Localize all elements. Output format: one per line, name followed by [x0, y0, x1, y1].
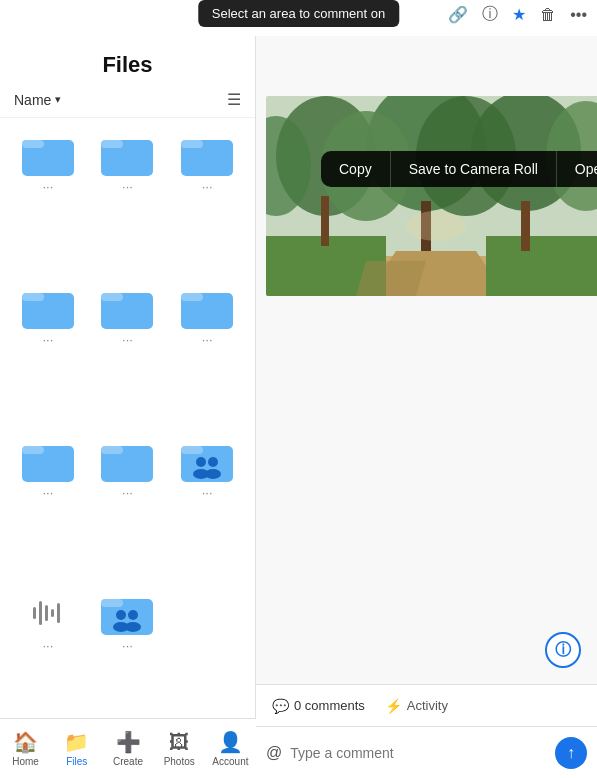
comment-input-bar: @ ↑ — [256, 726, 597, 778]
svg-rect-25 — [51, 609, 54, 617]
files-title: Files — [0, 36, 255, 86]
svg-rect-28 — [101, 599, 123, 607]
svg-point-30 — [128, 610, 138, 620]
file-options-icon[interactable]: ··· — [42, 638, 53, 653]
list-item[interactable]: ··· — [10, 585, 86, 734]
list-item[interactable]: ··· — [90, 279, 166, 428]
info-button[interactable]: ⓘ — [545, 632, 581, 668]
svg-rect-7 — [22, 293, 44, 301]
folder-icon — [181, 132, 233, 176]
lightning-icon: ⚡ — [385, 698, 402, 714]
svg-rect-5 — [181, 140, 203, 148]
file-options-icon[interactable]: ··· — [202, 485, 213, 500]
nav-account[interactable]: 👤 Account — [205, 730, 256, 767]
photo-preview: Copy Save to Camera Roll Open in... ⓘ — [256, 36, 597, 684]
files-icon: 📁 — [64, 730, 89, 754]
svg-rect-46 — [321, 196, 329, 246]
nav-create[interactable]: ➕ Create — [102, 730, 153, 767]
trash-icon[interactable]: 🗑 — [540, 6, 556, 24]
context-open-button[interactable]: Open in... — [557, 151, 597, 187]
list-item[interactable]: ··· — [169, 126, 245, 275]
nav-photos-label: Photos — [164, 756, 195, 767]
list-item[interactable]: ··· — [90, 432, 166, 581]
file-options-icon[interactable]: ··· — [122, 179, 133, 194]
svg-rect-26 — [57, 603, 60, 623]
svg-point-29 — [116, 610, 126, 620]
shared-folder-icon — [181, 438, 233, 482]
right-panel: Copy Save to Camera Roll Open in... ⓘ 💬 … — [256, 36, 597, 778]
sort-button[interactable]: Name ▾ — [14, 92, 61, 108]
file-options-icon[interactable]: ··· — [42, 332, 53, 347]
svg-rect-48 — [521, 201, 530, 251]
files-grid: ··· ··· ··· · — [0, 118, 255, 742]
info-icon[interactable]: ⓘ — [482, 4, 498, 25]
sort-label: Name — [14, 92, 51, 108]
list-item[interactable]: ··· — [10, 279, 86, 428]
comment-input[interactable] — [290, 745, 547, 761]
bottom-nav: 🏠 Home 📁 Files ➕ Create 🖼 Photos 👤 Accou… — [0, 718, 256, 778]
nav-home[interactable]: 🏠 Home — [0, 730, 51, 767]
file-options-icon[interactable]: ··· — [202, 179, 213, 194]
list-item[interactable]: ··· — [90, 126, 166, 275]
photos-icon: 🖼 — [169, 731, 189, 754]
star-icon[interactable]: ★ — [512, 5, 526, 24]
folder-icon — [22, 285, 74, 329]
nav-create-label: Create — [113, 756, 143, 767]
nav-home-label: Home — [12, 756, 39, 767]
audio-file-icon — [22, 591, 74, 635]
activity-label: Activity — [407, 698, 448, 713]
folder-icon — [22, 438, 74, 482]
nav-files-label: Files — [66, 756, 87, 767]
svg-rect-23 — [39, 601, 42, 625]
list-item[interactable]: ··· — [90, 585, 166, 734]
svg-rect-44 — [486, 236, 597, 296]
link-icon[interactable]: 🔗 — [448, 5, 468, 24]
context-copy-button[interactable]: Copy — [321, 151, 391, 187]
svg-rect-13 — [22, 446, 44, 454]
comments-tab[interactable]: 💬 0 comments — [272, 698, 365, 714]
comments-bar: 💬 0 comments ⚡ Activity — [256, 684, 597, 726]
svg-rect-1 — [22, 140, 44, 148]
svg-point-21 — [205, 469, 221, 479]
svg-point-18 — [196, 457, 206, 467]
top-bar-actions: 🔗 ⓘ ★ 🗑 ••• — [448, 4, 587, 25]
context-save-button[interactable]: Save to Camera Roll — [391, 151, 557, 187]
photo-image: Copy Save to Camera Roll Open in... — [266, 96, 597, 296]
svg-point-49 — [406, 211, 466, 241]
nav-photos[interactable]: 🖼 Photos — [154, 731, 205, 767]
at-icon: @ — [266, 744, 282, 762]
nav-account-label: Account — [212, 756, 248, 767]
send-button[interactable]: ↑ — [555, 737, 587, 769]
list-item[interactable]: ··· — [169, 432, 245, 581]
file-options-icon[interactable]: ··· — [42, 179, 53, 194]
main-container: Files Name ▾ ☰ ··· ··· — [0, 36, 597, 778]
svg-rect-3 — [101, 140, 123, 148]
svg-rect-17 — [181, 446, 203, 454]
svg-point-32 — [125, 622, 141, 632]
list-item[interactable]: ··· — [10, 432, 86, 581]
list-item[interactable]: ··· — [10, 126, 86, 275]
file-options-icon[interactable]: ··· — [122, 332, 133, 347]
file-options-icon[interactable]: ··· — [122, 485, 133, 500]
nav-files[interactable]: 📁 Files — [51, 730, 102, 767]
file-options-icon[interactable]: ··· — [202, 332, 213, 347]
top-bar: Select an area to comment on 🔗 ⓘ ★ 🗑 ••• — [0, 0, 597, 36]
file-options-icon[interactable]: ··· — [42, 485, 53, 500]
svg-point-19 — [208, 457, 218, 467]
create-icon: ➕ — [116, 730, 141, 754]
more-icon[interactable]: ••• — [570, 6, 587, 24]
svg-rect-22 — [33, 607, 36, 619]
shared-folder-icon — [101, 591, 153, 635]
files-toolbar: Name ▾ ☰ — [0, 86, 255, 118]
svg-rect-9 — [101, 293, 123, 301]
folder-icon — [101, 132, 153, 176]
folder-icon — [101, 285, 153, 329]
activity-tab[interactable]: ⚡ Activity — [385, 698, 448, 714]
sort-arrow-icon: ▾ — [55, 93, 61, 106]
list-view-icon[interactable]: ☰ — [227, 90, 241, 109]
context-menu: Copy Save to Camera Roll Open in... — [321, 151, 597, 187]
list-item[interactable]: ··· — [169, 279, 245, 428]
svg-rect-15 — [101, 446, 123, 454]
home-icon: 🏠 — [13, 730, 38, 754]
file-options-icon[interactable]: ··· — [122, 638, 133, 653]
